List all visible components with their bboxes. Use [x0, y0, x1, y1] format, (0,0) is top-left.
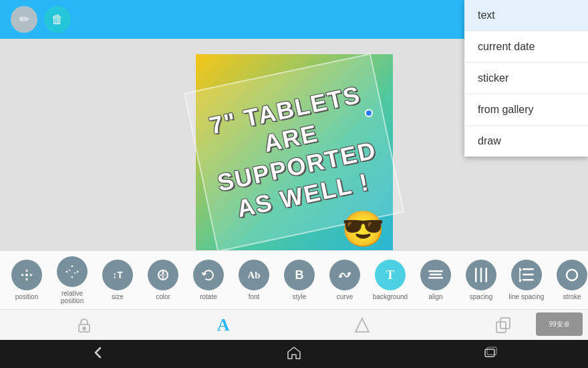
menu-item-from-gallery[interactable]: from gallery: [464, 94, 588, 126]
svg-rect-9: [486, 268, 488, 282]
position-label: position: [15, 293, 38, 300]
svg-point-15: [83, 327, 86, 330]
background-icon: T: [375, 260, 406, 290]
trash-icon: 🗑: [51, 13, 63, 27]
curve-label: curve: [337, 293, 353, 300]
nav-text[interactable]: A: [217, 315, 230, 335]
tool-style[interactable]: B style: [278, 257, 321, 303]
color-icon: [148, 260, 178, 290]
tool-align[interactable]: align: [414, 257, 457, 303]
edit-button[interactable]: ✏: [11, 6, 37, 33]
stroke-label: stroke: [563, 293, 581, 300]
svg-point-3: [347, 272, 350, 275]
color-label: color: [156, 293, 170, 300]
tool-size[interactable]: ↕T size: [96, 257, 139, 303]
size-label: size: [112, 293, 124, 300]
rotate-label: rotate: [200, 293, 217, 300]
recents-button[interactable]: [482, 345, 497, 363]
nav-copy[interactable]: [495, 316, 512, 334]
dropdown-menu: text current date sticker from gallery d…: [464, 0, 588, 157]
tool-background[interactable]: T background: [369, 257, 412, 303]
tool-rotate[interactable]: rotate: [187, 257, 230, 303]
svg-rect-7: [475, 268, 477, 282]
pencil-icon: ✏: [19, 12, 29, 27]
tool-curve[interactable]: curve: [323, 257, 366, 303]
menu-item-current-date[interactable]: current date: [464, 31, 588, 63]
svg-rect-20: [487, 347, 496, 355]
svg-rect-6: [428, 277, 443, 279]
emoji-sticker[interactable]: 😎: [341, 211, 385, 246]
svg-rect-19: [485, 349, 494, 357]
tool-color[interactable]: color: [142, 257, 184, 303]
stroke-icon: [557, 260, 587, 290]
font-icon: Ab: [239, 260, 269, 290]
menu-item-draw[interactable]: draw: [464, 126, 588, 157]
delete-button[interactable]: 🗑: [44, 6, 71, 33]
bottom-nav: A: [0, 309, 588, 340]
line-spacing-label: line spacing: [509, 293, 545, 300]
nav-lock[interactable]: [76, 316, 93, 334]
line-spacing-icon: [511, 260, 542, 290]
svg-rect-4: [428, 270, 443, 272]
svg-rect-12: [523, 279, 534, 281]
svg-point-2: [339, 275, 342, 278]
nav-shape[interactable]: [353, 316, 371, 334]
system-nav: [0, 340, 588, 368]
home-button[interactable]: [287, 345, 301, 363]
image-canvas[interactable]: 7" TABLETSARESUPPORTEDAS WELL ! 😎: [196, 54, 393, 252]
resize-handle[interactable]: [365, 109, 373, 117]
style-icon: B: [284, 260, 315, 290]
tool-spacing[interactable]: spacing: [460, 257, 502, 303]
size-icon: ↕T: [102, 260, 133, 290]
position-icon: [11, 260, 42, 290]
background-label: background: [373, 293, 408, 300]
relative-position-label: relative position: [52, 290, 92, 304]
toolbar: position relative position ↕T size: [0, 250, 588, 309]
svg-point-13: [567, 270, 577, 280]
back-button[interactable]: [91, 345, 106, 363]
align-icon: [420, 260, 451, 290]
svg-rect-11: [523, 274, 534, 276]
menu-item-text[interactable]: text: [464, 0, 588, 31]
tool-position[interactable]: position: [5, 257, 48, 303]
svg-rect-10: [523, 268, 534, 270]
tool-line-spacing[interactable]: line spacing: [505, 257, 548, 303]
tool-font[interactable]: Ab font: [233, 257, 275, 303]
canvas-text: 7" TABLETSARESUPPORTEDAS WELL !: [203, 79, 386, 225]
relative-position-icon: [57, 256, 88, 287]
spacing-label: spacing: [470, 293, 492, 300]
curve-icon: [329, 260, 360, 290]
align-label: align: [428, 293, 442, 300]
font-label: font: [249, 293, 260, 300]
tool-relative-position[interactable]: relative position: [51, 254, 94, 307]
watermark: 99安卓: [536, 312, 583, 336]
style-label: style: [293, 293, 307, 300]
spacing-icon: [466, 260, 496, 290]
tool-stroke[interactable]: stroke: [551, 257, 588, 303]
rotate-icon: [193, 260, 224, 290]
menu-item-sticker[interactable]: sticker: [464, 63, 588, 94]
svg-point-0: [25, 274, 28, 276]
svg-rect-5: [430, 274, 442, 276]
svg-rect-8: [480, 268, 482, 282]
